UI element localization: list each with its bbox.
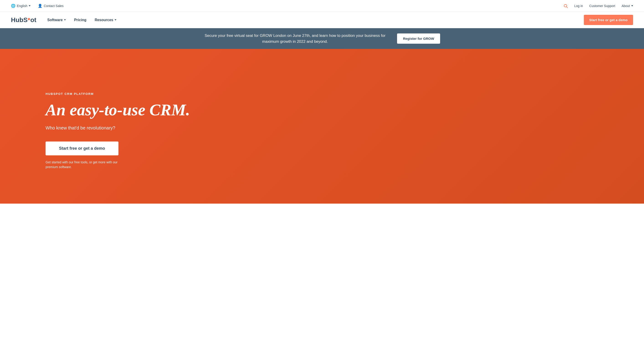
logo-s: S (23, 16, 28, 24)
search-button[interactable] (563, 4, 568, 8)
hero-subtitle: Who knew that'd be revolutionary? (46, 125, 633, 130)
about-menu[interactable]: About (621, 4, 633, 8)
nav-cta-button[interactable]: Start free or get a demo (584, 15, 633, 25)
logo-hub: Hub (11, 16, 23, 24)
language-selector[interactable]: 🌐 English (11, 4, 31, 8)
language-chevron-icon (29, 5, 31, 6)
logo-dot-icon (28, 18, 30, 20)
nav-items: Software Pricing Resources (47, 18, 117, 22)
pricing-label: Pricing (74, 18, 86, 22)
hero-cta-button[interactable]: Start free or get a demo (46, 142, 118, 156)
utility-left: 🌐 English 👤 Contact Sales (11, 4, 64, 8)
logo-spot-wrapper: S ot (23, 16, 36, 24)
banner-text: Secure your free virtual seat for GROW L… (204, 33, 386, 44)
hero-eyebrow: HUBSPOT CRM PLATFORM (46, 92, 633, 96)
login-link[interactable]: Log in (574, 4, 583, 8)
utility-bar: 🌐 English 👤 Contact Sales Log in Custome… (0, 0, 644, 12)
resources-menu[interactable]: Resources (95, 18, 116, 22)
logo[interactable]: Hub S ot (11, 16, 37, 24)
customer-support-label: Customer Support (589, 4, 615, 8)
main-nav: Hub S ot Software Pricing Resources Star… (0, 12, 644, 28)
software-label: Software (47, 18, 63, 22)
svg-line-1 (566, 6, 567, 8)
software-menu[interactable]: Software (47, 18, 66, 22)
about-label: About (621, 4, 630, 8)
contact-sales-link[interactable]: 👤 Contact Sales (38, 4, 64, 8)
hero-title: An easy-to-use CRM. (46, 101, 205, 119)
hero-section: HUBSPOT CRM PLATFORM An easy-to-use CRM.… (0, 49, 644, 204)
utility-right: Log in Customer Support About (563, 4, 633, 8)
pricing-link[interactable]: Pricing (74, 18, 86, 22)
contact-sales-label: Contact Sales (44, 4, 64, 8)
software-chevron-icon (64, 19, 66, 20)
resources-label: Resources (95, 18, 113, 22)
globe-icon: 🌐 (11, 4, 16, 8)
nav-left: Hub S ot Software Pricing Resources (11, 16, 116, 24)
about-chevron-icon (631, 5, 633, 6)
login-label: Log in (574, 4, 583, 8)
search-icon (563, 4, 568, 8)
person-icon: 👤 (38, 4, 42, 8)
customer-support-link[interactable]: Customer Support (589, 4, 615, 8)
hero-footnote: Get started with our free tools, or get … (46, 160, 118, 170)
resources-chevron-icon (115, 19, 116, 20)
language-label: English (17, 4, 27, 8)
logo-ot: ot (30, 16, 36, 24)
banner-cta-button[interactable]: Register for GROW (397, 34, 440, 44)
promo-banner: Secure your free virtual seat for GROW L… (0, 28, 644, 49)
